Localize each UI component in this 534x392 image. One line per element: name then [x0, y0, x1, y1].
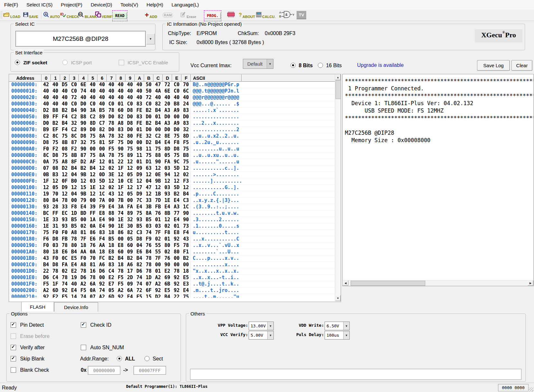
hex-byte[interactable]: D0 [125, 140, 135, 146]
hex-byte[interactable]: B3 [51, 172, 60, 178]
hex-byte[interactable]: 12 [60, 172, 69, 178]
hex-byte[interactable]: 32 [125, 217, 135, 223]
hex-byte[interactable]: 00 [107, 197, 116, 204]
hex-byte[interactable]: 92 [116, 294, 125, 298]
hex-ascii[interactable]: ......].......... [191, 178, 242, 184]
hex-byte[interactable]: 12 [116, 172, 125, 178]
hex-byte[interactable]: 72 [163, 82, 172, 88]
hex-byte[interactable]: 40 [116, 82, 125, 88]
hex-byte[interactable]: C0 [125, 101, 135, 107]
hex-byte[interactable]: 11 [144, 146, 153, 152]
hex-byte[interactable]: 00 [79, 217, 88, 223]
hex-byte[interactable]: 75 [41, 230, 51, 236]
hex-byte[interactable]: 02 [60, 268, 69, 274]
hex-ascii[interactable]: .(3..9..:..;.... [191, 204, 239, 210]
hex-byte[interactable]: 40 [41, 88, 51, 94]
hex-byte[interactable]: FC [97, 255, 107, 261]
bits16-radio[interactable]: 16 Bits [318, 63, 342, 68]
hex-byte[interactable]: 78 [69, 236, 79, 242]
hex-byte[interactable]: B5 [69, 217, 79, 223]
hex-byte[interactable]: D8 [125, 120, 135, 126]
hex-byte[interactable]: 89 [125, 152, 135, 159]
scroll-up-button[interactable]: ▲ [335, 74, 341, 80]
hex-byte[interactable]: 40 [116, 88, 125, 94]
hex-byte[interactable]: 43 [41, 255, 51, 261]
hex-byte[interactable]: 1E [116, 223, 125, 229]
hex-byte[interactable]: 90 [153, 159, 163, 165]
hex-byte[interactable]: 00 [88, 197, 97, 204]
hex-byte[interactable]: 74 [79, 88, 88, 94]
hex-byte[interactable]: 92 [153, 287, 163, 294]
hex-byte[interactable]: 88 [107, 210, 116, 216]
hex-byte[interactable]: A2 [97, 294, 107, 298]
hex-byte[interactable]: 00 [153, 127, 163, 133]
hex-byte[interactable]: 47 [153, 82, 163, 88]
hex-byte[interactable]: 3A [88, 107, 97, 114]
hex-byte[interactable]: 00 [88, 146, 97, 152]
hex-ascii[interactable]: ........t.u.v.w. [191, 210, 239, 216]
hex-byte[interactable]: 8E [163, 133, 172, 139]
hex-byte[interactable]: FB [153, 204, 163, 210]
hex-byte[interactable]: B0 [69, 178, 79, 184]
hex-byte[interactable]: 28 [51, 204, 60, 210]
hex-byte[interactable]: 3E [107, 172, 116, 178]
hex-byte[interactable]: A3 [163, 107, 172, 114]
hex-byte[interactable]: 50 [144, 82, 153, 88]
hex-byte[interactable]: 63 [144, 165, 153, 171]
hex-byte[interactable]: 87 [79, 152, 88, 159]
hex-byte[interactable]: D8 [41, 140, 51, 146]
hex-byte[interactable]: 74 [135, 275, 144, 281]
hex-byte[interactable]: E4 [163, 140, 172, 146]
hex-byte[interactable]: F0 [51, 255, 60, 261]
resize-grip[interactable] [529, 387, 533, 392]
hex-byte[interactable]: 40 [97, 101, 107, 107]
hex-byte[interactable]: F5 [41, 281, 51, 287]
range-from-input[interactable]: 00000000 [88, 366, 120, 375]
hex-byte[interactable]: 00 [97, 146, 107, 152]
hex-byte[interactable]: 70 [88, 255, 97, 261]
hex-byte[interactable]: F0 [41, 146, 51, 152]
hex-byte[interactable]: 2D [125, 275, 135, 281]
vcc-verify-combobox[interactable]: 5.00V [249, 331, 274, 340]
hex-byte[interactable]: 78 [107, 133, 116, 139]
hex-byte[interactable]: D8 [51, 236, 60, 242]
hex-byte[interactable]: 82 [135, 262, 144, 268]
hex-ascii[interactable]: "x..x...x..x..x. [191, 268, 239, 274]
hex-byte[interactable]: B9 [41, 127, 51, 133]
hex-ascii[interactable]: ...2...x........ [191, 120, 239, 126]
hex-byte[interactable]: 55 [153, 249, 163, 255]
hex-byte[interactable]: 00 [135, 140, 144, 146]
hex-byte[interactable]: 40 [51, 95, 60, 101]
hex-ascii[interactable]: ..t@.j....t..k.. [191, 281, 239, 287]
hex-byte[interactable]: B4 [153, 107, 163, 114]
hex-byte[interactable]: 02 [107, 165, 116, 171]
hex-byte[interactable]: 92 [172, 275, 181, 281]
hex-byte[interactable]: E8 [97, 210, 107, 216]
hex-byte[interactable]: 0A [88, 223, 97, 229]
hex-byte[interactable]: E8 [107, 249, 116, 255]
hex-byte[interactable]: B4 [69, 165, 79, 171]
hex-byte[interactable]: B4 [163, 294, 172, 298]
hex-byte[interactable]: 12 [125, 165, 135, 171]
hex-byte[interactable]: D8 [51, 152, 60, 159]
hex-byte[interactable]: B2 [144, 120, 153, 126]
hex-byte[interactable]: CE [125, 178, 135, 184]
hex-byte[interactable]: E2 [107, 275, 116, 281]
hex-byte[interactable]: 83 [97, 230, 107, 236]
hex-byte[interactable]: 40 [60, 88, 69, 94]
hex-byte[interactable]: 19 [69, 275, 79, 281]
hex-byte[interactable]: 47 [144, 185, 153, 191]
hex-byte[interactable]: 00 [172, 114, 181, 120]
hex-byte[interactable]: 87 [69, 140, 79, 146]
hex-byte[interactable]: 31 [51, 223, 60, 229]
hex-byte[interactable]: 9B [79, 191, 88, 197]
hex-byte[interactable]: 60 [125, 242, 135, 249]
hex-byte[interactable]: 7F [153, 230, 163, 236]
hex-byte[interactable]: 50 [144, 88, 153, 94]
hex-byte[interactable]: 78 [107, 120, 116, 126]
hex-byte[interactable]: FA [125, 204, 135, 210]
hex-byte[interactable]: 1E [41, 217, 51, 223]
hex-ascii[interactable]: .......>........ [191, 172, 239, 178]
hex-byte[interactable]: D2 [41, 107, 51, 114]
hex-byte[interactable]: 12 [181, 165, 191, 171]
